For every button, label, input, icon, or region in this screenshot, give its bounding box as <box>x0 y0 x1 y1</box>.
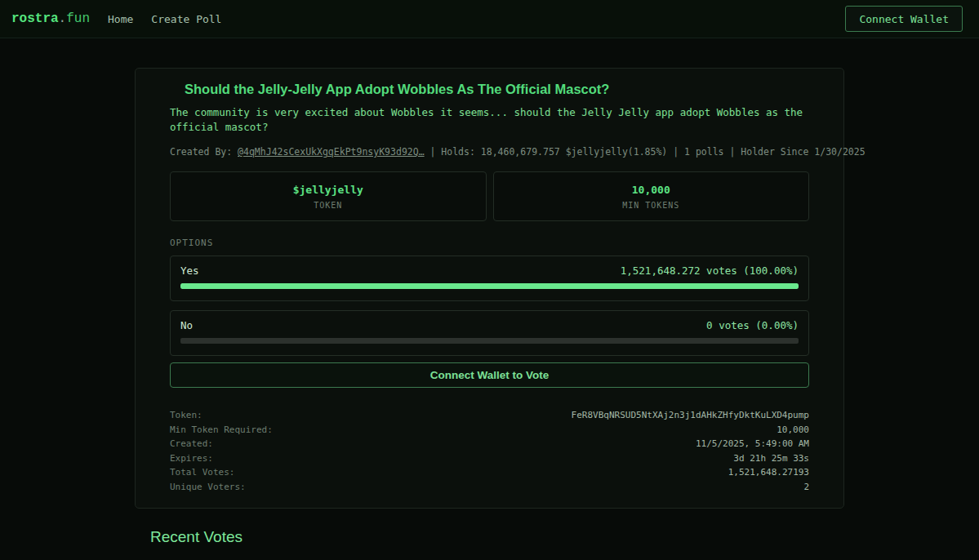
connect-wallet-button[interactable]: Connect Wallet <box>845 6 963 32</box>
vote-progress-track <box>180 283 799 289</box>
token-ticker: $jellyjelly <box>293 184 363 196</box>
detail-value-countdown: 3d 21h 25m 33s <box>733 451 809 466</box>
detail-row-token: Token: FeR8VBqNRSUD5NtXAj2n3j1dAHkZHfyDk… <box>170 408 809 423</box>
logo-brand-text: rostra <box>11 11 59 26</box>
min-tokens-box-label: MIN TOKENS <box>622 201 679 210</box>
recent-votes-section: Recent Votes <box>135 528 844 546</box>
recent-votes-heading: Recent Votes <box>150 528 844 546</box>
logo-tld-text: fun <box>66 11 90 26</box>
poll-description: The community is very excited about Wobb… <box>170 105 809 134</box>
detail-label: Token: <box>170 408 202 423</box>
detail-value: 10,000 <box>777 423 809 438</box>
detail-value: 11/5/2025, 5:49:00 AM <box>696 437 809 451</box>
detail-value: 1,521,648.27193 <box>728 465 809 480</box>
detail-label: Expires: <box>170 451 213 466</box>
token-summary-grid: $jellyjelly TOKEN 10,000 MIN TOKENS <box>170 171 809 221</box>
min-tokens-box: 10,000 MIN TOKENS <box>493 171 810 221</box>
creator-meta: | Holds: 18,460,679.757 $jellyjelly(1.85… <box>425 146 866 158</box>
vote-progress-track <box>180 338 799 344</box>
main-nav: Home Create Poll <box>108 13 221 25</box>
token-box: $jellyjelly TOKEN <box>170 171 487 221</box>
option-label: Yes <box>180 264 199 277</box>
detail-row-unique-voters: Unique Voters: 2 <box>170 480 809 495</box>
detail-label: Min Token Required: <box>170 423 273 438</box>
poll-details-list: Token: FeR8VBqNRSUD5NtXAj2n3j1dAHkZHfyDk… <box>170 408 809 495</box>
options-section-label: OPTIONS <box>170 238 809 248</box>
detail-value-token-address: FeR8VBqNRSUD5NtXAj2n3j1dAHkZHfyDktKuLXD4… <box>572 408 809 423</box>
detail-row-created: Created: 11/5/2025, 5:49:00 AM <box>170 437 809 451</box>
poll-option-no[interactable]: No 0 votes (0.00%) <box>170 310 809 356</box>
detail-label: Total Votes: <box>170 465 234 480</box>
token-box-label: TOKEN <box>314 201 342 210</box>
option-label: No <box>180 319 193 331</box>
option-row: No 0 votes (0.00%) <box>180 319 799 331</box>
poll-option-yes[interactable]: Yes 1,521,648.272 votes (100.00%) <box>170 256 809 301</box>
nav-item-home[interactable]: Home <box>108 13 133 25</box>
detail-row-total-votes: Total Votes: 1,521,648.27193 <box>170 465 809 480</box>
creator-address-link[interactable]: @4qMhJ42sCexUkXgqEkPt9nsyK93d92Q… <box>238 146 424 158</box>
creator-line: Created By: @4qMhJ42sCexUkXgqEkPt9nsyK93… <box>170 146 809 158</box>
option-votes-text: 1,521,648.272 votes (100.00%) <box>621 264 799 277</box>
detail-label: Unique Voters: <box>170 480 246 495</box>
detail-label: Created: <box>170 437 213 451</box>
detail-value: 2 <box>803 480 809 495</box>
top-nav-bar: rostra.fun Home Create Poll Connect Wall… <box>0 0 979 38</box>
option-votes-text: 0 votes (0.00%) <box>706 319 799 331</box>
creator-label: Created By: <box>170 146 238 158</box>
min-tokens-value: 10,000 <box>632 184 670 196</box>
detail-row-expires: Expires: 3d 21h 25m 33s <box>170 451 809 466</box>
option-row: Yes 1,521,648.272 votes (100.00%) <box>180 264 799 277</box>
poll-card: Should the Jelly-Jelly App Adopt Wobbles… <box>135 68 844 509</box>
connect-wallet-to-vote-button[interactable]: Connect Wallet to Vote <box>170 362 809 388</box>
site-logo[interactable]: rostra.fun <box>11 11 90 26</box>
nav-item-create-poll[interactable]: Create Poll <box>151 13 221 25</box>
vote-progress-fill <box>180 283 799 289</box>
poll-title: Should the Jelly-Jelly App Adopt Wobbles… <box>185 82 809 97</box>
detail-row-min-token: Min Token Required: 10,000 <box>170 423 809 438</box>
logo-dot: . <box>59 11 67 26</box>
